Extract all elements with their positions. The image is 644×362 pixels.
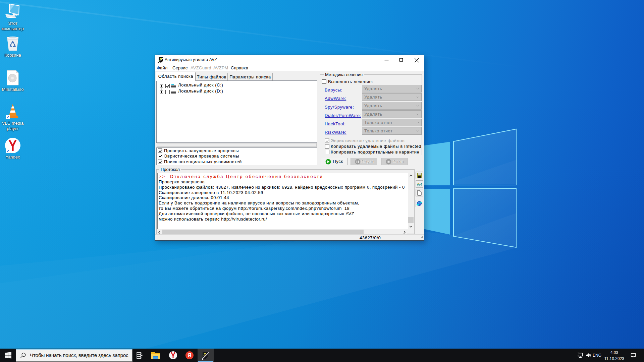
- svg-text:Я: Я: [187, 353, 192, 358]
